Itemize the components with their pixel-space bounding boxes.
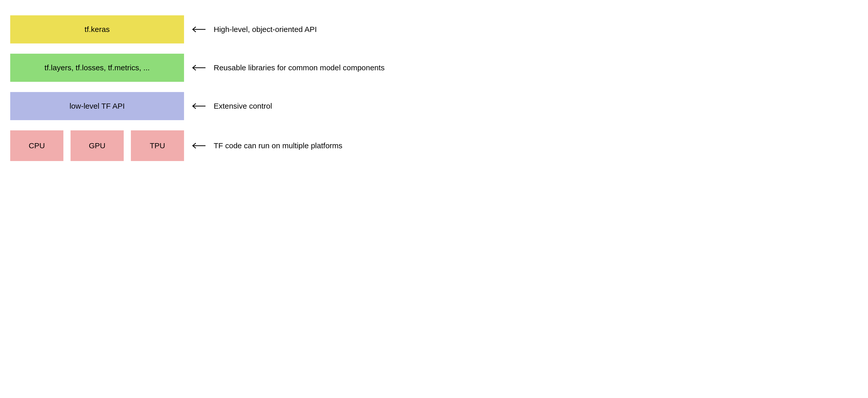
- hw-label: CPU: [29, 141, 45, 150]
- hardware-group: CPU GPU TPU: [10, 130, 184, 161]
- layer-description: Extensive control: [214, 102, 272, 111]
- hw-label: GPU: [89, 141, 105, 150]
- layer-row-keras: tf.keras High-level, object-oriented API: [10, 16, 419, 43]
- layer-row-lowlevel: low-level TF API Extensive control: [10, 92, 419, 120]
- arrow-left-icon: [192, 25, 206, 33]
- arrow-left-icon: [192, 102, 206, 110]
- layer-description: High-level, object-oriented API: [214, 25, 317, 34]
- layer-label: tf.layers, tf.losses, tf.metrics, ...: [44, 63, 150, 72]
- hw-box-tpu: TPU: [131, 130, 184, 161]
- layer-row-hardware: CPU GPU TPU TF code can run on multiple …: [10, 130, 419, 161]
- layer-box-lowlevel: low-level TF API: [10, 92, 184, 120]
- arrow-left-icon: [192, 64, 206, 72]
- tf-architecture-diagram: tf.keras High-level, object-oriented API…: [10, 16, 419, 161]
- hw-box-gpu: GPU: [70, 130, 124, 161]
- hardware-description: TF code can run on multiple platforms: [214, 141, 342, 150]
- layer-label: low-level TF API: [69, 102, 125, 111]
- hw-label: TPU: [150, 141, 165, 150]
- hw-box-cpu: CPU: [10, 130, 63, 161]
- layer-label: tf.keras: [85, 25, 110, 34]
- arrow-left-icon: [192, 142, 206, 150]
- layer-box-libraries: tf.layers, tf.losses, tf.metrics, ...: [10, 54, 184, 82]
- layer-description: Reusable libraries for common model comp…: [214, 63, 385, 72]
- layer-box-keras: tf.keras: [10, 16, 184, 43]
- layer-row-libraries: tf.layers, tf.losses, tf.metrics, ... Re…: [10, 54, 419, 82]
